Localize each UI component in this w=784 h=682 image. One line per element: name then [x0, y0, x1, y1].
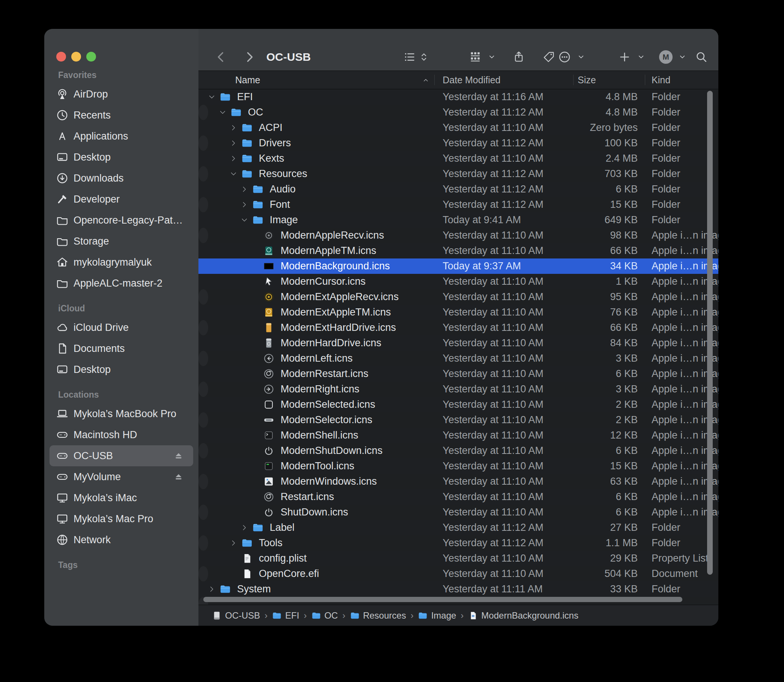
sidebar-item-network[interactable]: Network: [49, 529, 193, 550]
column-header-size[interactable]: Size: [578, 71, 596, 89]
sidebar-item-desktop[interactable]: Desktop: [49, 359, 193, 380]
file-row-audio[interactable]: AudioYesterday at 11:12 AM6 KBFolder: [198, 182, 719, 197]
account-button[interactable]: M: [659, 50, 672, 64]
file-row-modernselected-icns[interactable]: ModernSelected.icnsYesterday at 11:10 AM…: [198, 397, 719, 412]
file-row-efi[interactable]: EFIYesterday at 11:16 AM4.8 MBFolder: [198, 89, 719, 105]
sidebar-item-desktop[interactable]: Desktop: [49, 147, 193, 168]
close-button[interactable]: [56, 52, 66, 62]
sidebar-item-icloud-drive[interactable]: iCloud Drive: [49, 317, 193, 338]
file-row-opencore-efi[interactable]: OpenCore.efiYesterday at 11:10 AM504 KBD…: [198, 566, 208, 582]
path-item-efi[interactable]: EFI: [272, 610, 299, 621]
forward-button[interactable]: [243, 50, 256, 64]
disclosure-closed-icon[interactable]: [241, 524, 248, 531]
file-row-system[interactable]: SystemYesterday at 11:11 AM33 KBFolder: [198, 582, 719, 597]
sidebar-item-documents[interactable]: Documents: [49, 338, 193, 359]
sidebar-item-mykola-s-mac-pro[interactable]: Mykola’s Mac Pro: [49, 508, 193, 529]
file-row-modernextapplerecv-icns[interactable]: ModernExtAppleRecv.icnsYesterday at 11:1…: [198, 289, 208, 304]
path-item-modernbackground-icns[interactable]: ModernBackground.icns: [468, 610, 578, 621]
horizontal-scrollbar[interactable]: [203, 597, 682, 602]
chevron-down-icon[interactable]: [576, 52, 586, 62]
chevron-down-icon[interactable]: [677, 52, 687, 62]
column-header-kind[interactable]: Kind: [652, 71, 670, 89]
file-row-modernextappletm-icns[interactable]: ModernExtAppleTM.icnsYesterday at 11:10 …: [198, 304, 719, 320]
file-row-moderncursor-icns[interactable]: ModernCursor.icnsYesterday at 11:10 AM1 …: [198, 274, 719, 289]
disclosure-closed-icon[interactable]: [208, 586, 215, 593]
chevron-down-icon[interactable]: [487, 52, 497, 62]
disclosure-closed-icon[interactable]: [230, 124, 237, 131]
group-by-button[interactable]: [469, 51, 482, 64]
zoom-button[interactable]: [86, 52, 96, 62]
disclosure-open-icon[interactable]: [241, 217, 248, 223]
sidebar-item-recents[interactable]: Recents: [49, 105, 193, 126]
path-item-image[interactable]: Image: [418, 610, 456, 621]
disclosure-open-icon[interactable]: [230, 170, 237, 177]
sidebar-item-mykolagrymalyuk[interactable]: mykolagrymalyuk: [49, 252, 193, 273]
view-as-list-stepper-icon[interactable]: [418, 51, 430, 63]
column-divider[interactable]: [434, 75, 435, 85]
column-divider[interactable]: [573, 75, 574, 85]
column-divider[interactable]: [645, 75, 645, 85]
path-item-oc-usb[interactable]: OC-USB: [212, 610, 260, 621]
minimize-button[interactable]: [71, 52, 81, 62]
column-header-name[interactable]: Name: [235, 71, 260, 89]
disclosure-closed-icon[interactable]: [230, 140, 237, 147]
file-row-restart-icns[interactable]: Restart.icnsYesterday at 11:10 AM6 KBApp…: [198, 489, 719, 505]
back-button[interactable]: [214, 50, 228, 64]
disclosure-closed-icon[interactable]: [241, 201, 248, 208]
sidebar-item-mykola-s-imac[interactable]: Mykola’s iMac: [49, 487, 193, 508]
file-row-kexts[interactable]: KextsYesterday at 11:10 AM2.4 MBFolder: [198, 151, 719, 166]
sidebar-item-mykola-s-macbook-pro[interactable]: Mykola’s MacBook Pro: [49, 403, 193, 424]
file-row-modernshell-icns[interactable]: ModernShell.icnsYesterday at 11:10 AM12 …: [198, 428, 719, 443]
sidebar-item-opencore-legacy-pat[interactable]: Opencore-Legacy-Pat…: [49, 210, 193, 231]
file-row-resources[interactable]: ResourcesYesterday at 11:12 AM703 KBFold…: [198, 166, 208, 182]
file-row-modernharddrive-icns[interactable]: ModernHardDrive.icnsYesterday at 11:10 A…: [198, 335, 719, 351]
sidebar-item-storage[interactable]: Storage: [49, 231, 193, 252]
chevron-down-icon[interactable]: [636, 52, 646, 62]
vertical-scrollbar[interactable]: [707, 91, 713, 575]
disclosure-closed-icon[interactable]: [230, 539, 237, 547]
file-row-tools[interactable]: ToolsYesterday at 11:12 AM1.1 MBFolder: [198, 535, 208, 551]
file-row-modernrestart-icns[interactable]: ModernRestart.icnsYesterday at 11:10 AM6…: [198, 366, 719, 381]
file-row-shutdown-icns[interactable]: ShutDown.icnsYesterday at 11:10 AM6 KBAp…: [198, 505, 208, 520]
sidebar-item-airdrop[interactable]: AirDrop: [49, 84, 193, 105]
share-button[interactable]: [512, 51, 525, 64]
eject-icon[interactable]: [173, 471, 184, 483]
sidebar-item-downloads[interactable]: Downloads: [49, 168, 193, 189]
disclosure-closed-icon[interactable]: [241, 186, 248, 193]
file-row-modernapplerecv-icns[interactable]: ModernAppleRecv.icnsYesterday at 11:10 A…: [198, 228, 208, 243]
file-row-modernselector-icns[interactable]: ModernSelector.icnsYesterday at 11:10 AM…: [198, 412, 208, 428]
sidebar-item-myvolume[interactable]: MyVolume: [49, 466, 193, 487]
file-row-modernshutdown-icns[interactable]: ModernShutDown.icnsYesterday at 11:10 AM…: [198, 443, 208, 459]
file-row-modernright-icns[interactable]: ModernRight.icnsYesterday at 11:10 AM3 K…: [198, 381, 208, 397]
more-actions-button[interactable]: [558, 50, 571, 64]
file-row-config-plist[interactable]: config.plistYesterday at 11:10 AM29 KBPr…: [198, 551, 719, 566]
file-row-modernextharddrive-icns[interactable]: ModernExtHardDrive.icnsYesterday at 11:1…: [198, 320, 208, 335]
file-row-modernleft-icns[interactable]: ModernLeft.icnsYesterday at 11:10 AM3 KB…: [198, 351, 208, 366]
file-row-label[interactable]: LabelYesterday at 11:12 AM27 KBFolder: [198, 520, 719, 535]
path-item-resources[interactable]: Resources: [350, 610, 406, 621]
sidebar-item-applealc-master-2[interactable]: AppleALC-master-2: [49, 273, 193, 294]
path-item-oc[interactable]: OC: [311, 610, 338, 621]
tags-button[interactable]: [542, 51, 555, 64]
search-button[interactable]: [695, 51, 708, 64]
disclosure-open-icon[interactable]: [219, 109, 226, 116]
view-as-list-button[interactable]: [403, 51, 416, 64]
sidebar-item-applications[interactable]: Applications: [49, 126, 193, 147]
sidebar-item-macintosh-hd[interactable]: Macintosh HD: [49, 424, 193, 445]
column-header-date-modified[interactable]: Date Modified: [443, 71, 500, 89]
disclosure-open-icon[interactable]: [208, 93, 215, 100]
sidebar-item-developer[interactable]: Developer: [49, 189, 193, 210]
file-row-oc[interactable]: OCYesterday at 11:12 AM4.8 MBFolder: [198, 105, 208, 120]
file-row-modernwindows-icns[interactable]: ModernWindows.icnsYesterday at 11:10 AM6…: [198, 474, 208, 489]
sidebar-item-oc-usb[interactable]: OC-USB: [49, 445, 193, 466]
file-row-modernbackground-icns[interactable]: ModernBackground.icnsToday at 9:37 AM34 …: [198, 258, 719, 274]
eject-icon[interactable]: [173, 450, 184, 461]
file-row-drivers[interactable]: DriversYesterday at 11:12 AM100 KBFolder: [198, 135, 208, 151]
file-row-font[interactable]: FontYesterday at 11:12 AM15 KBFolder: [198, 197, 208, 212]
file-row-modernappletm-icns[interactable]: ModernAppleTM.icnsYesterday at 11:10 AM6…: [198, 243, 719, 258]
file-row-image[interactable]: ImageToday at 9:41 AM649 KBFolder: [198, 212, 719, 228]
file-row-acpi[interactable]: ACPIYesterday at 11:10 AMZero bytesFolde…: [198, 120, 719, 135]
file-row-moderntool-icns[interactable]: ModernTool.icnsYesterday at 11:10 AM15 K…: [198, 459, 719, 474]
new-item-button[interactable]: [618, 51, 631, 63]
disclosure-closed-icon[interactable]: [230, 155, 237, 162]
